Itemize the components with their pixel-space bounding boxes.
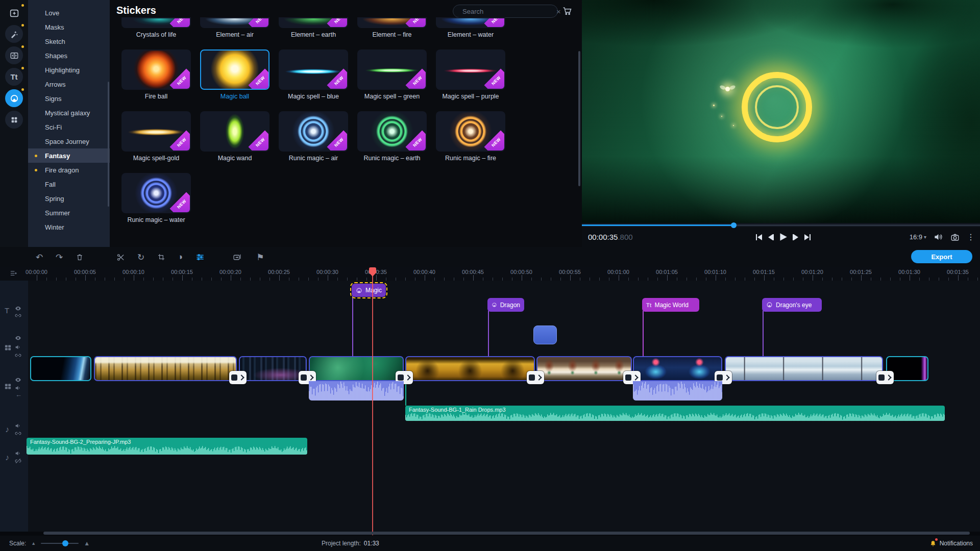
speaker-icon[interactable] — [15, 450, 21, 457]
sticker-card[interactable]: NEW Element – water — [436, 17, 505, 38]
rotate-button[interactable]: ↻ — [135, 252, 146, 263]
sticker-card[interactable]: NEW Magic spell – purple — [436, 49, 505, 100]
import-button[interactable] — [5, 4, 23, 22]
link-icon[interactable] — [15, 430, 21, 437]
crop-button[interactable] — [156, 252, 167, 263]
category-item[interactable]: Fantasy — [28, 148, 110, 163]
sticker-card[interactable]: NEW Magic wand — [200, 111, 270, 162]
snapshot-camera-icon[interactable] — [950, 233, 960, 242]
category-item[interactable]: Highlighting — [28, 63, 110, 77]
clear-search-icon[interactable]: × — [556, 7, 561, 16]
sticker-card[interactable]: NEW Magic spell – blue — [279, 49, 348, 100]
category-item[interactable]: Fall — [28, 177, 110, 191]
search-box[interactable]: × — [453, 5, 558, 18]
category-item[interactable]: Arrows — [28, 77, 110, 91]
speaker-icon[interactable] — [15, 422, 21, 429]
skip-start-button[interactable] — [755, 234, 763, 241]
category-item[interactable]: Love — [28, 6, 110, 20]
color-adjust-button[interactable]: ◑ — [175, 252, 186, 263]
split-button[interactable] — [115, 252, 126, 263]
titles-button[interactable]: Tt — [5, 68, 23, 86]
more-tools-button[interactable] — [5, 111, 23, 129]
sticker-card[interactable]: NEW Runic magic – water — [121, 173, 191, 223]
category-item[interactable]: Sketch — [28, 34, 110, 48]
zoom-out-icon[interactable]: ▲ — [31, 541, 36, 546]
video-clip[interactable] — [239, 356, 307, 381]
sticker-card[interactable]: NEW Crystals of life — [121, 17, 191, 38]
notifications-button[interactable]: Notifications — [929, 540, 973, 547]
category-scrollbar[interactable] — [108, 82, 109, 207]
transition-icon[interactable] — [876, 371, 894, 384]
sticker-clip-dragon[interactable]: Dragon — [487, 298, 524, 312]
link-icon[interactable] — [15, 352, 21, 359]
scale-slider-knob[interactable] — [62, 540, 68, 546]
more-options-icon[interactable]: ⋮ — [967, 232, 975, 242]
linked-audio-waveform[interactable] — [309, 381, 404, 400]
unlink-icon[interactable] — [15, 458, 21, 464]
time-ruler[interactable]: 00:00:0000:00:0500:00:1000:00:1500:00:20… — [0, 267, 980, 281]
undo-button[interactable]: ↶ — [34, 252, 45, 263]
audio-clip-preparing-jp[interactable]: Fantasy-Sound-BG-2_Preparing-JP.mp3 — [27, 438, 307, 455]
aspect-ratio-select[interactable]: 16:9 ▾ — [910, 233, 926, 241]
search-input[interactable] — [462, 8, 552, 15]
prev-frame-button[interactable] — [767, 234, 774, 241]
video-clip[interactable] — [405, 356, 535, 381]
category-item[interactable]: Sci-Fi — [28, 120, 110, 134]
category-item[interactable]: Shapes — [28, 48, 110, 63]
transition-icon[interactable] — [229, 371, 247, 384]
linked-audio-waveform[interactable] — [633, 381, 722, 400]
category-item[interactable]: Summer — [28, 206, 110, 220]
sticker-card[interactable]: NEW Magic spell-gold — [121, 111, 191, 162]
volume-icon[interactable] — [934, 232, 943, 242]
eye-icon[interactable] — [15, 305, 21, 312]
next-frame-button[interactable] — [792, 234, 799, 241]
video-clip[interactable] — [30, 356, 91, 381]
horizontal-scrollbar[interactable] — [43, 532, 970, 535]
arrow-left-icon[interactable]: ← — [15, 391, 22, 398]
delete-button[interactable] — [74, 252, 85, 263]
overlay-button[interactable] — [231, 252, 242, 263]
video-clip[interactable] — [536, 356, 632, 381]
transitions-button[interactable] — [5, 46, 23, 64]
category-item[interactable]: Fire dragon — [28, 163, 110, 177]
category-item[interactable]: Space Journey — [28, 134, 110, 148]
transition-icon[interactable] — [527, 371, 544, 384]
seek-bar[interactable] — [582, 223, 980, 227]
cart-icon[interactable] — [562, 6, 572, 16]
sticker-card[interactable]: NEW Runic magic – air — [279, 111, 348, 162]
sticker-card[interactable]: NEW Element – fire — [357, 17, 427, 38]
category-item[interactable]: Spring — [28, 191, 110, 206]
sticker-clip-dragons-eye[interactable]: Dragon's eye — [762, 298, 822, 312]
audio-clip-rain-drops[interactable]: Fantasy-Sound-BG-1_Rain Drops.mp3 — [405, 406, 945, 421]
sticker-clip-magic[interactable]: Magic — [352, 284, 386, 297]
sticker-card[interactable]: NEW Runic magic – earth — [357, 111, 427, 162]
sticker-card[interactable]: NEW Runic magic – fire — [436, 111, 505, 162]
eye-icon[interactable] — [15, 335, 21, 341]
category-item[interactable]: Winter — [28, 220, 110, 234]
stickers-scrollbar[interactable] — [578, 51, 580, 186]
video-clip[interactable] — [725, 356, 883, 381]
sticker-card[interactable]: NEW Magic ball — [200, 49, 270, 100]
sticker-card[interactable]: NEW Element – earth — [279, 17, 348, 38]
sticker-card[interactable]: NEW Magic spell – green — [357, 49, 427, 100]
clip-properties-button[interactable] — [194, 252, 206, 263]
eye-icon[interactable] — [15, 377, 21, 383]
video-clip[interactable] — [94, 356, 237, 381]
link-icon[interactable] — [15, 312, 21, 319]
speaker-icon[interactable] — [15, 344, 21, 350]
redo-button[interactable]: ↷ — [54, 252, 65, 263]
skip-end-button[interactable] — [804, 234, 811, 241]
export-button[interactable]: Export — [911, 250, 972, 263]
stickers-button[interactable] — [5, 89, 23, 107]
sticker-card[interactable]: NEW Element – air — [200, 17, 270, 38]
filters-button[interactable] — [5, 25, 23, 43]
category-item[interactable]: Signs — [28, 91, 110, 106]
marker-button[interactable]: ⚑ — [255, 252, 266, 263]
scale-slider[interactable] — [41, 543, 79, 544]
video-clip[interactable] — [633, 356, 722, 381]
category-item[interactable]: Mystical galaxy — [28, 106, 110, 120]
zoom-in-icon[interactable]: ▲ — [84, 540, 90, 547]
overlay-clip[interactable] — [533, 325, 557, 344]
category-item[interactable]: Masks — [28, 20, 110, 34]
play-button[interactable] — [779, 233, 788, 241]
